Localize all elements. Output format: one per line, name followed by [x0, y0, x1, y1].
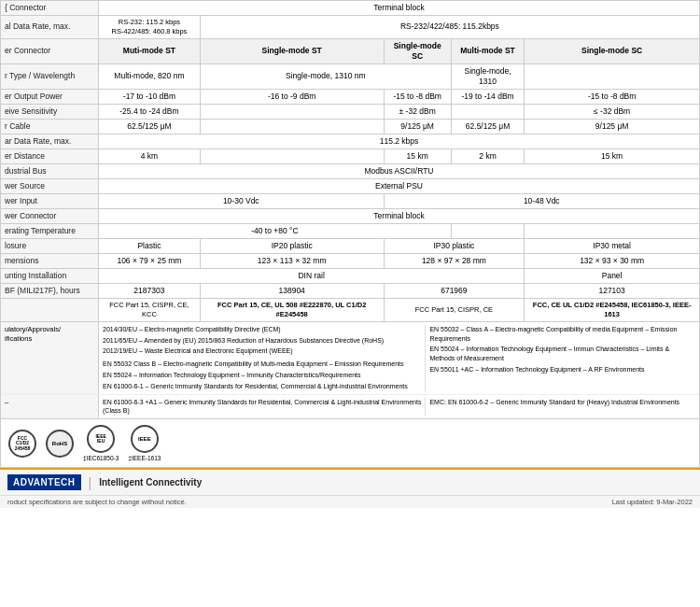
- row-label-serial-data-rate: ar Data Rate, max.: [1, 134, 99, 148]
- row-power-source: wer Source External PSU: [1, 179, 700, 194]
- cell-enclosure-1: Plastic: [99, 239, 201, 254]
- row-label-power-connector: wer Connector: [1, 209, 99, 224]
- row-label-power-input: wer Input: [1, 194, 99, 209]
- row-label-connector: { Connector: [1, 1, 99, 16]
- cell-fiber-type-4: [525, 64, 700, 89]
- row-serial-data-rate: ar Data Rate, max. 115.2 kbps: [1, 134, 700, 148]
- cell-sensitivity-5: ≤ -32 dBm: [525, 104, 700, 119]
- cell-output-power-5: -15 to -8 dBm: [525, 89, 700, 104]
- logo-rohs: RoHS: [46, 430, 74, 458]
- cell-temp-2: [451, 224, 524, 239]
- row-label-sensitivity: eive Sensitivity: [1, 104, 99, 119]
- cell-sensitivity-4: [451, 104, 524, 119]
- cell-cert-4: FCC, CE UL C1/D2 #E245458, IEC61850-3, I…: [525, 299, 700, 322]
- row-fiber-connector-header: er Connector Muti-mode ST Single-mode ST…: [1, 38, 700, 64]
- ieee-iec-logo-circle: IEEEIEU: [87, 425, 115, 453]
- header-single-mode-sc: Single-mode SC: [384, 38, 451, 64]
- cell-mtbf-2: 138904: [200, 284, 384, 299]
- row-label-industrial-bus: dustrial Bus: [1, 163, 99, 178]
- cell-sensitivity-2: [200, 104, 384, 119]
- row-mtbf: BF (MILI217F), hours 2187303 138904 6719…: [1, 284, 700, 299]
- row-mounting: unting Installation DIN rail Panel: [1, 269, 700, 284]
- cell-fiber-type-1: Multi-mode, 820 nm: [99, 64, 201, 89]
- cell-dim-3: 128 × 97 × 28 mm: [384, 254, 525, 269]
- cell-cert-3: FCC Part 15, CISPR, CE: [384, 299, 525, 322]
- cell-enclosure-4: IP30 metal: [525, 239, 700, 254]
- cell-dim-4: 132 × 93 × 30 mm: [525, 254, 700, 269]
- cell-serial-data-rate: 115.2 kbps: [99, 134, 700, 148]
- cell-mtbf-4: 127103: [525, 284, 700, 299]
- row-certifications: FCC Part 15, CISPR, CE, KCC FCC Part 15,…: [1, 299, 700, 322]
- cell-industrial-bus: Modbus ASCII/RTU: [99, 163, 700, 178]
- cell-enclosure-3: IP30 plastic: [384, 239, 525, 254]
- cell-temp-1: -40 to +80 °C: [99, 224, 452, 239]
- footer-bar: ADVANTECH | Intelligent Connectivity: [0, 468, 700, 495]
- row-operating-temp: erating Temperature -40 to +80 °C: [1, 224, 700, 239]
- cell-data-rate-1: RS-232: 115.2 kbps RS-422/485: 460.8 kbp…: [99, 16, 201, 39]
- cell-data-rate-2: RS-232/422/485: 115.2kbps: [200, 16, 699, 39]
- regulatory-section: ulatory/Approvals/ ifications 2014/30/EU…: [0, 322, 700, 419]
- cell-mounting-2: Panel: [525, 269, 700, 284]
- cell-cable-1: 62.5/125 μM: [99, 119, 201, 134]
- cell-cable-3: 9/125 μM: [384, 119, 451, 134]
- cell-distance-5: 15 km: [525, 148, 700, 163]
- cell-distance-4: 2 km: [451, 148, 524, 163]
- row-connector: { Connector Terminal block: [1, 1, 700, 16]
- row-label-mtbf: BF (MILI217F), hours: [1, 284, 99, 299]
- cell-fiber-type-3: Single-mode, 1310: [451, 64, 524, 89]
- cell-output-power-4: -19 to -14 dBm: [451, 89, 524, 104]
- row-label-operating-temp: erating Temperature: [1, 224, 99, 239]
- row-label-fiber-distance: er Distance: [1, 148, 99, 163]
- cell-distance-3: 15 km: [384, 148, 451, 163]
- footer-logos: FCCC1/D2245458 RoHS IEEEIEU ‡IEC61850-3 …: [0, 419, 700, 468]
- cell-cert-1: FCC Part 15, CISPR, CE, KCC: [99, 299, 201, 322]
- footer-last-updated: Last updated: 9-Mar-2022: [612, 498, 693, 506]
- cell-temp-3: [525, 224, 700, 239]
- row-industrial-bus: dustrial Bus Modbus ASCII/RTU: [1, 163, 700, 178]
- logo-ieee-iec: IEEEIEU ‡IEC61850-3: [83, 425, 119, 461]
- reg-row-2: – EN 61000-6-3 +A1 – Generic Immunity St…: [1, 395, 699, 419]
- cell-mounting-1: DIN rail: [99, 269, 525, 284]
- footer-brand: ADVANTECH | Intelligent Connectivity: [7, 474, 202, 490]
- cell-cert-2: FCC Part 15, CE, UL 508 #E222870, UL C1/…: [200, 299, 384, 322]
- reg-label-2: –: [1, 395, 99, 419]
- cell-cable-5: 9/125 μM: [525, 119, 700, 134]
- row-sensitivity: eive Sensitivity -25.4 to -24 dBm ± -32 …: [1, 104, 700, 119]
- cell-terminal-block: Terminal block: [99, 1, 700, 16]
- row-label-dimensions: mensions: [1, 254, 99, 269]
- cell-cable-2: [200, 119, 384, 134]
- footer-divider: |: [89, 475, 92, 490]
- rohs-logo-circle: RoHS: [46, 430, 74, 458]
- cell-sensitivity-3: ± -32 dBm: [384, 104, 451, 119]
- logo-fcc: FCCC1/D2245458: [8, 430, 36, 458]
- cell-enclosure-2: IP20 plastic: [200, 239, 384, 254]
- reg-content-2: EN 61000-6-3 +A1 – Generic Immunity Stan…: [99, 395, 699, 419]
- cell-dim-1: 106 × 79 × 25 mm: [99, 254, 201, 269]
- footer-disclaimer-bar: roduct specifications are subject to cha…: [0, 495, 700, 508]
- cell-power-source: External PSU: [99, 179, 700, 194]
- advantech-logo: ADVANTECH: [7, 474, 81, 490]
- cell-power-connector: Terminal block: [99, 209, 700, 224]
- cell-distance-2: [200, 148, 384, 163]
- row-dimensions: mensions 106 × 79 × 25 mm 123 × 113 × 32…: [1, 254, 700, 269]
- row-fiber-cable: r Cable 62.5/125 μM 9/125 μM 62.5/125 μM…: [1, 119, 700, 134]
- cell-output-power-3: -15 to -8 dBm: [384, 89, 451, 104]
- footer-tagline: Intelligent Connectivity: [99, 477, 202, 487]
- cell-mtbf-1: 2187303: [99, 284, 201, 299]
- header-single-mode-sc2: Single-mode SC: [525, 38, 700, 64]
- footer-disclaimer: roduct specifications are subject to cha…: [7, 498, 187, 506]
- header-single-mode-st: Single-mode ST: [200, 38, 384, 64]
- logo-iec-label: ‡IEC61850-3: [83, 455, 119, 461]
- row-label-output-power: er Output Power: [1, 89, 99, 104]
- cell-power-input-2: 10-48 Vdc: [384, 194, 700, 209]
- row-label-fiber-cable: r Cable: [1, 119, 99, 134]
- reg-row-1: ulatory/Approvals/ ifications 2014/30/EU…: [1, 322, 699, 395]
- logo-ieee: IEEE ‡IEEE-1613: [128, 425, 161, 461]
- row-power-input: wer Input 10-30 Vdc 10-48 Vdc: [1, 194, 700, 209]
- row-power-connector: wer Connector Terminal block: [1, 209, 700, 224]
- logo-ieee-label: ‡IEEE-1613: [128, 455, 161, 461]
- row-label-enclosure: losure: [1, 239, 99, 254]
- row-output-power: er Output Power -17 to -10 dBm -16 to -9…: [1, 89, 700, 104]
- cell-mtbf-3: 671969: [384, 284, 525, 299]
- cell-output-power-1: -17 to -10 dBm: [99, 89, 201, 104]
